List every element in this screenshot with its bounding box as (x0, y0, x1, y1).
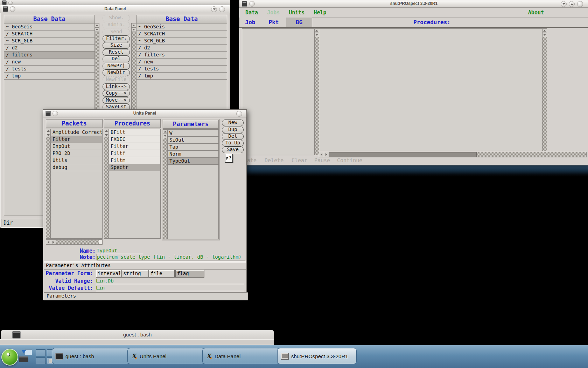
minimize-button[interactable] (561, 1, 567, 7)
close-button[interactable] (577, 1, 583, 7)
prospect-titlebar[interactable]: shu:PROspect 3.3-20R1 (239, 0, 588, 8)
context-help-button[interactable]: ? (225, 154, 233, 163)
scroll-right-icon[interactable] (324, 152, 329, 157)
tab-pkt[interactable]: Pkt (261, 18, 287, 27)
value-default-input[interactable]: Lin (96, 285, 244, 291)
list-item[interactable]: InpOut (51, 143, 102, 150)
taskbar-item-terminal[interactable]: guest : bash (52, 348, 130, 364)
procedures-list[interactable]: BFiltFXDECFilterFiltfFiltmSpectr (109, 129, 161, 239)
list-item[interactable]: SiOut (168, 137, 218, 144)
job-pane-scrollbar[interactable] (314, 28, 319, 155)
menu-about[interactable]: About (528, 8, 544, 18)
send-button[interactable]: Send (103, 29, 130, 35)
scrollbar-thumb[interactable] (329, 152, 477, 157)
window-menu-button[interactable] (8, 1, 13, 5)
list-item[interactable]: W (168, 130, 218, 137)
newdir-button[interactable]: NewDir (103, 69, 130, 76)
scrollbar-thumb[interactable] (99, 240, 102, 244)
note-input[interactable]: pectrum scale type (lin - linear, dB - l… (97, 254, 245, 260)
procedures-hscrollbar[interactable] (319, 152, 587, 157)
units-panel-titlebar[interactable]: Units Panel (43, 110, 246, 117)
list-item[interactable]: Tap (168, 144, 218, 151)
packets-scrollbar[interactable] (46, 129, 51, 239)
list-item[interactable]: / d2 (136, 45, 227, 52)
dup-button[interactable]: Dup (222, 127, 244, 133)
show-button[interactable]: Show▿ (103, 15, 130, 21)
list-item[interactable]: / tests (136, 66, 227, 73)
taskbar-item-data-panel[interactable]: Data Panel (202, 348, 280, 364)
scroll-up-icon[interactable] (95, 23, 99, 28)
scroll-down-icon[interactable] (46, 133, 50, 137)
continue-button[interactable]: Continue (337, 157, 362, 164)
desktop-3[interactable] (36, 357, 46, 364)
list-item[interactable]: debug (51, 164, 102, 171)
list-item[interactable]: Filter (109, 143, 160, 150)
taskbar-item-prospect[interactable]: shu:PROspect 3.3-20R1 (277, 348, 357, 364)
list-item[interactable]: Filter (51, 136, 102, 143)
parameters-list[interactable]: WSiOutTapNormTypeOut (168, 129, 219, 239)
scroll-up-icon[interactable] (542, 29, 547, 33)
list-item[interactable]: / tests (4, 66, 94, 73)
scroll-down-icon[interactable] (315, 33, 319, 37)
procedures-scrollbar[interactable] (104, 129, 109, 239)
size-button[interactable]: Size (103, 42, 130, 49)
background-window-titlebar[interactable] (0, 0, 230, 5)
list-item[interactable]: ~ GeoSeis (136, 23, 227, 30)
menu-help[interactable]: Help (314, 9, 326, 16)
scroll-right-icon[interactable] (51, 240, 56, 244)
option-flag[interactable]: flag (175, 270, 204, 278)
packets-hscrollbar[interactable] (46, 239, 103, 245)
taskbar-item-units-panel[interactable]: Units Panel (127, 348, 205, 364)
list-item[interactable]: ~ GeoSeis (4, 23, 94, 30)
list-item[interactable]: FXDEC (109, 136, 160, 143)
menu-data[interactable]: Data (245, 9, 258, 16)
list-item[interactable]: TypeOut (168, 158, 218, 165)
option-file[interactable]: file (149, 270, 175, 278)
list-item[interactable]: Utils (51, 157, 102, 164)
option-string[interactable]: string (121, 270, 149, 278)
name-input[interactable]: TypeOut (97, 248, 143, 254)
scrollbar-track[interactable] (56, 240, 99, 244)
scroll-up-icon[interactable] (315, 29, 319, 33)
move-button[interactable]: Move--> (103, 97, 130, 104)
toup-button[interactable]: To Up (222, 140, 244, 146)
list-item[interactable]: Norm (168, 151, 218, 158)
option-interval[interactable]: interval (96, 270, 123, 278)
terminal-tab-bar[interactable]: guest : bash (1, 330, 274, 340)
list-item[interactable]: Filtf (109, 150, 160, 157)
del-button[interactable]: Del (222, 133, 244, 140)
maximize-button[interactable] (569, 1, 575, 7)
tab-job[interactable]: Job (239, 18, 261, 27)
admin-button[interactable]: Admin▿ (103, 22, 130, 28)
parameters-scrollbar[interactable] (163, 129, 168, 239)
scrollbar-track[interactable] (477, 152, 586, 157)
copy-button[interactable]: Copy--> (103, 90, 130, 97)
data-panel-titlebar[interactable]: Data Panel (0, 5, 230, 13)
valid-range-input[interactable]: Lin,Db (96, 278, 244, 284)
list-item[interactable]: / SCRATCH (136, 30, 227, 38)
list-item[interactable]: Spectr (109, 164, 160, 171)
delete-button[interactable]: Delete (265, 157, 284, 164)
scroll-down-icon[interactable] (95, 28, 99, 32)
scroll-down-icon[interactable] (163, 134, 167, 138)
newprj-button[interactable]: NewPrj (103, 63, 130, 69)
list-item[interactable]: / new (136, 59, 227, 66)
del-button[interactable]: Del (103, 56, 130, 62)
procedures-vscrollbar[interactable] (542, 28, 547, 151)
tab-bg[interactable]: BG (286, 18, 312, 27)
scroll-down-icon[interactable] (104, 133, 108, 137)
desktop-1[interactable] (36, 349, 46, 356)
scroll-up-icon[interactable] (104, 129, 108, 133)
scroll-up-icon[interactable] (46, 129, 50, 133)
minimize-button[interactable] (211, 6, 217, 12)
list-item[interactable]: Amplitude Correct (51, 129, 102, 136)
list-item[interactable]: / filters (136, 52, 227, 59)
link-button[interactable]: Link--> (103, 83, 130, 90)
new-button[interactable]: New (222, 120, 244, 126)
list-item[interactable]: / new (4, 59, 94, 66)
scroll-down-icon[interactable] (542, 33, 547, 37)
list-item[interactable]: Filtm (109, 157, 160, 164)
list-item[interactable]: ~ SCR_GLB (136, 38, 227, 45)
close-button[interactable] (219, 6, 225, 12)
reset-button[interactable]: Reset (103, 49, 130, 56)
